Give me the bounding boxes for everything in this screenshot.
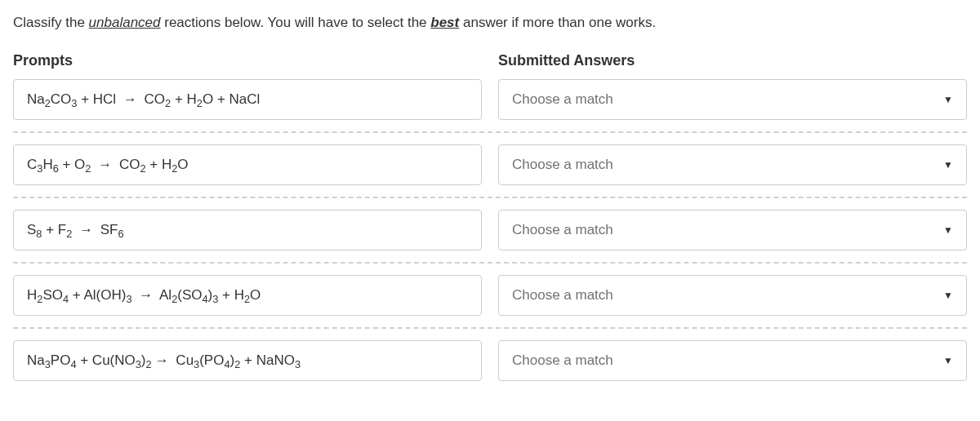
column-headers: Prompts Submitted Answers	[13, 52, 967, 69]
answer-placeholder: Choose a match	[512, 91, 613, 108]
answer-placeholder: Choose a match	[512, 287, 613, 304]
chevron-down-icon: ▼	[943, 224, 953, 236]
answer-dropdown[interactable]: Choose a match ▼	[498, 275, 967, 316]
prompt-box: Na2CO3 + HCl → CO2 + H2O + NaCl	[13, 79, 482, 120]
matching-rows: Na2CO3 + HCl → CO2 + H2O + NaCl Choose a…	[13, 79, 967, 381]
prompt-box: H2SO4 + Al(OH)3 → Al2(SO4)3 + H2O	[13, 275, 482, 316]
answer-placeholder: Choose a match	[512, 352, 613, 369]
answer-placeholder: Choose a match	[512, 222, 613, 238]
answer-dropdown[interactable]: Choose a match ▼	[498, 79, 967, 120]
match-row: H2SO4 + Al(OH)3 → Al2(SO4)3 + H2O Choose…	[13, 275, 967, 329]
answer-dropdown[interactable]: Choose a match ▼	[498, 340, 967, 381]
prompt-box: Na3PO4 + Cu(NO3)2→ Cu3(PO4)2 + NaNO3	[13, 340, 482, 381]
chevron-down-icon: ▼	[943, 94, 953, 105]
match-row: S8 + F2 → SF6 Choose a match ▼	[13, 210, 967, 264]
answer-dropdown[interactable]: Choose a match ▼	[498, 210, 967, 250]
answers-header: Submitted Answers	[498, 52, 967, 69]
match-row: Na2CO3 + HCl → CO2 + H2O + NaCl Choose a…	[13, 79, 967, 133]
prompt-box: C3H6 + O2 → CO2 + H2O	[13, 144, 482, 185]
prompt-box: S8 + F2 → SF6	[13, 210, 482, 250]
instruction-text: Classify the unbalanced reactions below.…	[13, 13, 967, 33]
match-row: C3H6 + O2 → CO2 + H2O Choose a match ▼	[13, 144, 967, 198]
answer-placeholder: Choose a match	[512, 157, 613, 173]
chevron-down-icon: ▼	[943, 290, 953, 301]
answer-dropdown[interactable]: Choose a match ▼	[498, 144, 967, 185]
chevron-down-icon: ▼	[943, 355, 953, 366]
match-row: Na3PO4 + Cu(NO3)2→ Cu3(PO4)2 + NaNO3 Cho…	[13, 340, 967, 381]
prompts-header: Prompts	[13, 52, 482, 69]
chevron-down-icon: ▼	[943, 159, 953, 171]
